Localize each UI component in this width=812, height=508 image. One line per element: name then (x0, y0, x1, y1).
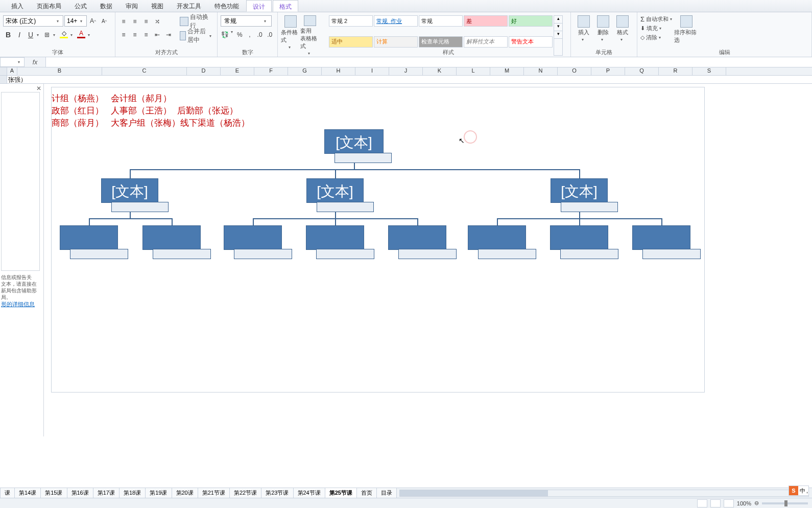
percent-icon[interactable]: % (235, 30, 245, 40)
org-node-l2-2-sub[interactable] (561, 202, 618, 212)
formula-input[interactable] (46, 57, 812, 67)
col-header-F[interactable]: F (254, 67, 288, 75)
ribbon-tab-设计[interactable]: 设计 (246, 0, 272, 12)
col-header-S[interactable]: S (692, 67, 726, 75)
org-node-l2-2[interactable]: [文本] (551, 178, 608, 203)
align-center-icon[interactable]: ≡ (130, 30, 140, 40)
wrap-text-button[interactable]: 自动换行 (178, 15, 214, 28)
close-icon[interactable]: ✕ (36, 85, 41, 92)
comma-icon[interactable]: , (245, 30, 254, 40)
clear-button[interactable]: ◇清除▾ (640, 34, 674, 41)
underline-button[interactable]: U (26, 30, 36, 40)
org-node-l3-2-sub[interactable] (234, 249, 292, 259)
style-解释性文本[interactable]: 解释性文本 (464, 36, 508, 48)
orientation-icon[interactable]: ⤭ (152, 16, 162, 27)
ribbon-tab-审阅[interactable]: 审阅 (120, 0, 144, 12)
org-node-l3-6-sub[interactable] (560, 249, 618, 259)
org-node-l3-0[interactable] (60, 225, 118, 250)
org-node-l3-1[interactable] (142, 225, 201, 250)
align-top-icon[interactable]: ≡ (118, 16, 129, 27)
indent-inc-icon[interactable]: ⇥ (163, 30, 174, 40)
text-pane-link[interactable]: 形的详细信息 (1, 301, 42, 308)
ribbon-tab-插入[interactable]: 插入 (5, 0, 30, 12)
org-node-l3-1-sub[interactable] (153, 249, 211, 259)
dec-decimal-icon[interactable]: .0 (265, 30, 274, 40)
table-style-button[interactable]: 套用 表格格式▾ (300, 13, 320, 56)
col-header-B[interactable]: B (17, 67, 102, 75)
shrink-font-icon[interactable]: A^ (99, 16, 109, 26)
fill-color-button[interactable]: ◇ (58, 30, 69, 40)
style-常规_作业[interactable]: 常规_作业 (374, 15, 418, 27)
col-header-H[interactable]: H (322, 67, 355, 75)
bold-button[interactable]: B (3, 30, 13, 40)
style-好[interactable]: 好 (509, 15, 553, 27)
cell-a1[interactable]: 张强） (7, 76, 28, 83)
style-警告文本[interactable]: 警告文本 (509, 36, 553, 48)
ribbon-tab-开发工具[interactable]: 开发工具 (171, 0, 207, 12)
col-header-K[interactable]: K (423, 67, 457, 75)
style-检查单元格[interactable]: 检查单元格 (419, 36, 463, 48)
style-常规[interactable]: 常规 (419, 15, 463, 27)
col-header-J[interactable]: J (389, 67, 423, 75)
col-header-D[interactable]: D (187, 67, 221, 75)
org-node-l2-1-sub[interactable] (317, 202, 374, 212)
col-header-P[interactable]: P (591, 67, 625, 75)
conditional-format-button[interactable]: 条件格式▾ (281, 13, 300, 56)
number-format-combo[interactable]: 常规▾ (221, 15, 272, 27)
org-node-l3-7[interactable] (632, 225, 690, 250)
style-计算[interactable]: 计算 (374, 36, 418, 48)
style-差[interactable]: 差 (464, 15, 508, 27)
inc-decimal-icon[interactable]: .0 (255, 30, 265, 40)
col-header-I[interactable]: I (355, 67, 389, 75)
col-header-G[interactable]: G (288, 67, 322, 75)
merge-center-button[interactable]: 合并后居中▾ (178, 30, 214, 42)
align-bottom-icon[interactable]: ≡ (141, 16, 151, 27)
org-node-l3-7-sub[interactable] (642, 249, 701, 259)
org-node-l3-3[interactable] (306, 225, 364, 250)
text-pane-graphic[interactable] (1, 92, 40, 271)
col-header-R[interactable]: R (659, 67, 692, 75)
autosum-button[interactable]: Σ自动求和▾ (640, 15, 674, 23)
col-header-C[interactable]: C (102, 67, 187, 75)
ribbon-tab-公式[interactable]: 公式 (68, 0, 93, 12)
col-header-Q[interactable]: Q (625, 67, 659, 75)
col-header-M[interactable]: M (490, 67, 524, 75)
org-node-l3-5[interactable] (468, 225, 526, 250)
col-header-A[interactable]: A (7, 67, 17, 75)
col-header-L[interactable]: L (457, 67, 490, 75)
currency-icon[interactable]: 💱 (221, 30, 230, 40)
ribbon-tab-数据[interactable]: 数据 (94, 0, 118, 12)
align-middle-icon[interactable]: ≡ (130, 16, 140, 27)
col-header-N[interactable]: N (524, 67, 558, 75)
org-node-l3-5-sub[interactable] (478, 249, 536, 259)
font-color-button[interactable]: A (76, 30, 87, 40)
org-node-l2-0-sub[interactable] (111, 202, 169, 212)
org-node-l3-4[interactable] (388, 225, 446, 250)
org-node-l2-0[interactable]: [文本] (101, 178, 158, 203)
org-node-l3-0-sub[interactable] (70, 249, 128, 259)
align-left-icon[interactable]: ≡ (118, 30, 129, 40)
italic-button[interactable]: I (14, 30, 25, 40)
fill-button[interactable]: ⬇填充▾ (640, 25, 674, 32)
org-node-root-sub[interactable] (335, 153, 392, 163)
ribbon-tab-格式[interactable]: 格式 (273, 0, 298, 12)
org-node-l3-4-sub[interactable] (398, 249, 457, 259)
border-button[interactable]: ⊞ (42, 30, 52, 40)
smartart-frame[interactable]: 计组（杨燕）会计组（郝月）政部（红日）人事部（王浩）后勤部（张远）商部（薛月）大… (51, 87, 705, 392)
org-node-l3-2[interactable] (224, 225, 282, 250)
font-name-combo[interactable]: 宋体 (正文)▾ (3, 15, 63, 27)
org-node-l3-3-sub[interactable] (316, 249, 374, 259)
style-适中[interactable]: 适中 (329, 36, 373, 48)
org-node-l3-6[interactable] (550, 225, 608, 250)
ribbon-tab-视图[interactable]: 视图 (145, 0, 170, 12)
col-header-O[interactable]: O (558, 67, 591, 75)
ribbon-tab-页面布局[interactable]: 页面布局 (31, 0, 67, 12)
name-box[interactable]: ▾ (0, 57, 25, 67)
sheet-canvas[interactable]: 计组（杨燕）会计组（郝月）政部（红日）人事部（王浩）后勤部（张远）商部（薛月）大… (44, 84, 812, 436)
font-size-combo[interactable]: 14+▾ (64, 15, 87, 27)
ribbon-tab-特色功能[interactable]: 特色功能 (208, 0, 245, 12)
grow-font-icon[interactable]: A^ (88, 16, 98, 26)
style-常规 2[interactable]: 常规 2 (329, 15, 373, 27)
fx-icon[interactable]: fx (25, 57, 46, 67)
org-node-root[interactable]: [文本] (324, 129, 384, 154)
